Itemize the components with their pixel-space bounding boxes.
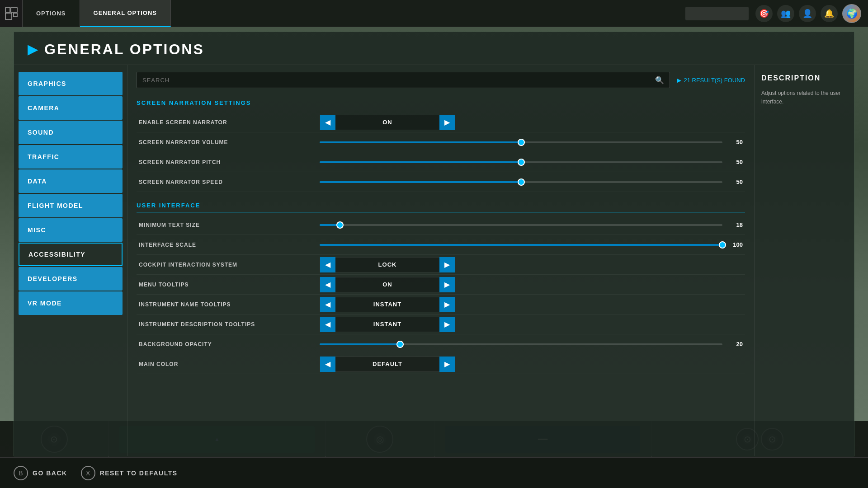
setting-control-menu-tooltips: ◀ ON ▶	[320, 277, 743, 292]
go-back-label: GO BACK	[33, 469, 67, 477]
setting-label-cockpit-interaction: COCKPIT INTERACTION SYSTEM	[139, 262, 320, 268]
slider-thumb-background-opacity[interactable]	[396, 341, 404, 348]
svg-rect-1	[11, 8, 17, 12]
sidebar-item-camera[interactable]: CAMERA	[19, 96, 123, 120]
toggle-value-menu-tooltips: ON	[335, 281, 439, 288]
toggle-instrument-desc-tooltips: ◀ INSTANT ▶	[320, 317, 455, 332]
sidebar-item-developers[interactable]: DEVELOPERS	[19, 267, 123, 291]
slider-fill-narrator-volume	[320, 141, 521, 143]
setting-control-instrument-name-tooltips: ◀ INSTANT ▶	[320, 297, 743, 312]
slider-thumb-interface-scale[interactable]	[719, 241, 726, 249]
sidebar-item-traffic[interactable]: TRAFFIC	[19, 145, 123, 169]
slider-value-narrator-speed: 50	[727, 178, 743, 185]
toggle-right-menu-tooltips[interactable]: ▶	[439, 277, 455, 292]
toggle-right-instrument-name[interactable]: ▶	[439, 297, 455, 312]
toggle-cockpit-interaction: ◀ LOCK ▶	[320, 257, 455, 272]
sidebar: GRAPHICS CAMERA SOUND TRAFFIC DATA FLIGH…	[14, 65, 127, 456]
setting-label-interface-scale: INTERFACE SCALE	[139, 242, 320, 248]
toggle-right-narrator[interactable]: ▶	[439, 115, 455, 130]
main-content: ▶ GENERAL OPTIONS GRAPHICS CAMERA SOUND …	[14, 32, 854, 456]
setting-control-instrument-desc-tooltips: ◀ INSTANT ▶	[320, 317, 743, 332]
top-search-bar[interactable]	[685, 7, 749, 20]
setting-control-min-text-size: 18	[320, 221, 743, 228]
sidebar-item-accessibility[interactable]: ACCESSIBILITY	[19, 243, 123, 266]
toggle-left-cockpit[interactable]: ◀	[320, 257, 335, 272]
toggle-value-main-color: DEFAULT	[335, 361, 439, 367]
reset-defaults-label: RESET TO DEFAULTS	[100, 469, 178, 477]
avatar[interactable]: 🌍	[842, 4, 861, 23]
sidebar-item-flight-model[interactable]: FLIGHT MODEL	[19, 194, 123, 217]
slider-track-interface-scale[interactable]	[320, 244, 722, 246]
setting-control-main-color: ◀ DEFAULT ▶	[320, 357, 743, 372]
logo[interactable]	[0, 0, 23, 27]
slider-value-interface-scale: 100	[727, 241, 743, 248]
sidebar-item-misc[interactable]: MISC	[19, 218, 123, 242]
setting-label-narrator-volume: SCREEN NARRATOR VOLUME	[139, 139, 320, 145]
slider-track-narrator-volume[interactable]	[320, 141, 722, 143]
go-back-button[interactable]: B GO BACK	[14, 466, 67, 480]
profile-icon[interactable]: 👤	[799, 5, 816, 22]
toggle-left-main-color[interactable]: ◀	[320, 357, 335, 372]
toggle-right-main-color[interactable]: ▶	[439, 357, 455, 372]
setting-label-narrator-pitch: SCREEN NARRATOR PITCH	[139, 159, 320, 165]
setting-control-narrator-speed: 50	[320, 178, 743, 185]
setting-narrator-speed: SCREEN NARRATOR SPEED 50	[137, 172, 745, 192]
notifications-icon[interactable]: 🔔	[821, 5, 838, 22]
settings-panel: 🔍 ▶ 21 RESULT(S) FOUND SCREEN NARRATION …	[127, 65, 755, 456]
setting-background-opacity: BACKGROUND OPACITY 20	[137, 334, 745, 354]
setting-cockpit-interaction: COCKPIT INTERACTION SYSTEM ◀ LOCK ▶	[137, 255, 745, 275]
general-options-tab[interactable]: GENERAL OPTIONS	[80, 0, 171, 27]
reset-defaults-button[interactable]: X RESET TO DEFAULTS	[81, 466, 178, 480]
setting-control-narrator-pitch: 50	[320, 159, 743, 165]
svg-rect-2	[5, 13, 12, 19]
sidebar-item-graphics[interactable]: GRAPHICS	[19, 72, 123, 95]
setting-label-main-color: MAIN COLOR	[139, 361, 320, 367]
description-panel: DESCRIPTION Adjust options related to th…	[755, 65, 854, 456]
setting-label-background-opacity: BACKGROUND OPACITY	[139, 341, 320, 347]
marketplace-icon[interactable]: 🎯	[755, 5, 773, 22]
slider-thumb-narrator-volume[interactable]	[518, 139, 525, 146]
setting-label-instrument-name-tooltips: INSTRUMENT NAME TOOLTIPS	[139, 301, 320, 308]
slider-value-narrator-volume: 50	[727, 139, 743, 145]
toggle-left-narrator[interactable]: ◀	[320, 115, 335, 130]
setting-narrator-pitch: SCREEN NARRATOR PITCH 50	[137, 152, 745, 172]
options-tab[interactable]: OPTIONS	[23, 0, 80, 27]
setting-narrator-volume: SCREEN NARRATOR VOLUME 50	[137, 132, 745, 152]
slider-interface-scale: 100	[320, 241, 743, 248]
slider-track-min-text-size[interactable]	[320, 224, 722, 226]
slider-track-narrator-speed[interactable]	[320, 181, 722, 183]
toggle-menu-tooltips: ◀ ON ▶	[320, 277, 455, 292]
sidebar-item-vr-mode[interactable]: VR MODE	[19, 291, 123, 315]
top-icons: 🎯 👥 👤 🔔 🌍	[685, 4, 868, 23]
search-input[interactable]	[142, 77, 651, 84]
sidebar-item-data[interactable]: DATA	[19, 169, 123, 193]
description-title: DESCRIPTION	[761, 74, 847, 82]
setting-control-cockpit-interaction: ◀ LOCK ▶	[320, 257, 743, 272]
slider-fill-narrator-speed	[320, 181, 521, 183]
toggle-left-instrument-desc[interactable]: ◀	[320, 317, 335, 332]
go-back-icon: B	[14, 466, 28, 480]
slider-thumb-min-text-size[interactable]	[336, 221, 344, 229]
slider-narrator-pitch: 50	[320, 159, 743, 165]
toggle-left-instrument-name[interactable]: ◀	[320, 297, 335, 312]
slider-narrator-volume: 50	[320, 139, 743, 145]
slider-track-narrator-pitch[interactable]	[320, 161, 722, 163]
toggle-right-cockpit[interactable]: ▶	[439, 257, 455, 272]
setting-label-menu-tooltips: MENU TOOLTIPS	[139, 282, 320, 288]
slider-track-background-opacity[interactable]	[320, 343, 722, 345]
setting-enable-narrator: ENABLE SCREEN NARRATOR ◀ ON ▶	[137, 113, 745, 132]
toggle-right-instrument-desc[interactable]: ▶	[439, 317, 455, 332]
setting-min-text-size: MINIMUM TEXT SIZE 18	[137, 215, 745, 235]
search-bar[interactable]: 🔍	[137, 72, 670, 88]
community-icon[interactable]: 👥	[777, 5, 794, 22]
search-icon[interactable]: 🔍	[655, 76, 664, 84]
slider-thumb-narrator-speed[interactable]	[518, 178, 525, 186]
toggle-left-menu-tooltips[interactable]: ◀	[320, 277, 335, 292]
slider-min-text-size: 18	[320, 221, 743, 228]
setting-label-instrument-desc-tooltips: INSTRUMENT DESCRIPTION TOOLTIPS	[139, 321, 320, 328]
slider-thumb-narrator-pitch[interactable]	[518, 159, 525, 166]
results-count: ▶ 21 RESULT(S) FOUND	[677, 77, 745, 84]
setting-label-enable-narrator: ENABLE SCREEN NARRATOR	[139, 119, 320, 126]
sidebar-item-sound[interactable]: SOUND	[19, 121, 123, 144]
description-text: Adjust options related to the user inter…	[761, 89, 847, 106]
